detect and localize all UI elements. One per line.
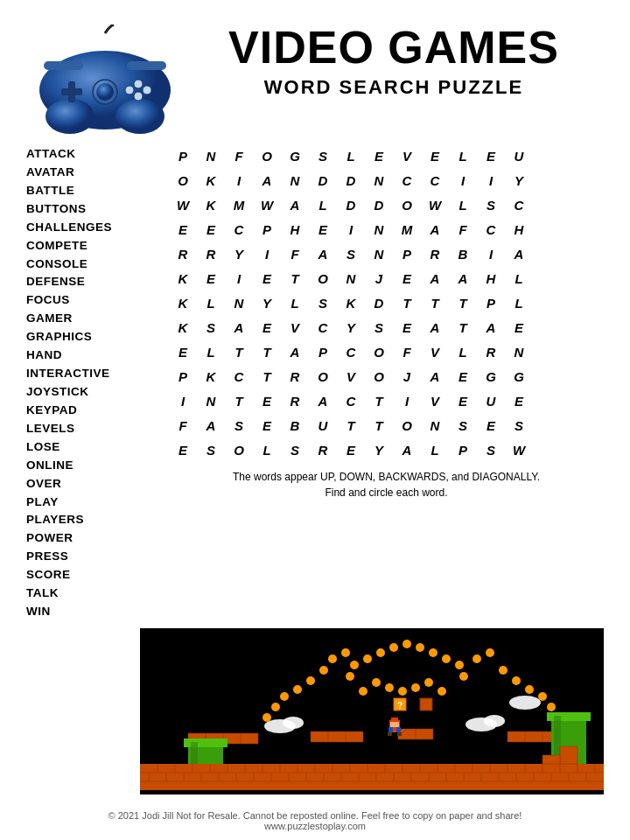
grid-cell: H (505, 217, 533, 242)
grid-cell: W (505, 438, 533, 462)
grid-cell: N (505, 340, 533, 364)
svg-point-31 (372, 678, 381, 687)
grid-cell: N (365, 168, 393, 192)
grid-cell: E (337, 438, 365, 462)
svg-point-9 (134, 92, 143, 101)
grid-cell: V (337, 364, 365, 388)
grid-cell: E (169, 438, 197, 462)
grid-cell: L (197, 290, 225, 315)
grid-cell: Y (225, 242, 253, 266)
grid-cell: E (253, 413, 281, 438)
svg-rect-12 (127, 61, 166, 70)
grid-cell: E (393, 266, 421, 290)
grid-cell: V (421, 388, 449, 413)
svg-rect-122 (560, 746, 578, 764)
controller-icon (26, 24, 184, 138)
grid-cell: H (281, 217, 309, 242)
footer-line1: © 2021 Jodi Jill Not for Resale. Cannot … (0, 810, 630, 821)
svg-point-43 (538, 692, 547, 701)
grid-cell: R (421, 242, 449, 266)
grid-cell: L (505, 266, 533, 290)
grid-cell: W (253, 192, 281, 217)
grid-cell: D (365, 192, 393, 217)
grid-cell: F (449, 217, 477, 242)
svg-point-32 (385, 683, 394, 692)
grid-cell: G (281, 144, 309, 168)
grid-cell: G (477, 364, 505, 388)
grid-cell: K (169, 266, 197, 290)
grid-cell: T (281, 266, 309, 290)
grid-cell: S (197, 438, 225, 462)
grid-cell: E (169, 217, 197, 242)
game-image: MARIO025550 ● ×87 WORLDSPECIAL TIME266 (140, 628, 604, 794)
svg-point-18 (416, 643, 424, 652)
grid-cell: S (309, 290, 337, 315)
svg-text:?: ? (397, 701, 402, 710)
grid-cell: C (393, 168, 421, 192)
game-scene: MARIO025550 ● ×87 WORLDSPECIAL TIME266 (140, 628, 604, 794)
word-item: HAND (26, 346, 162, 365)
grid-row: KLNYLSKDTTTPL (169, 290, 533, 315)
grid-row: PKCTROVOJAEGG (169, 364, 533, 388)
grid-cell: T (393, 290, 421, 315)
grid-cell: E (253, 315, 281, 340)
grid-cell: K (169, 290, 197, 315)
word-item: INTERACTIVE (26, 365, 162, 383)
grid-row: PNFOGSLEVELEU (169, 144, 533, 168)
grid-cell: C (309, 315, 337, 340)
grid-cell: P (253, 217, 281, 242)
grid-cell: S (505, 413, 533, 438)
grid-cell: S (309, 144, 337, 168)
grid-cell: S (337, 242, 365, 266)
svg-rect-52 (311, 732, 363, 742)
grid-cell: F (393, 340, 421, 364)
svg-point-22 (455, 661, 464, 669)
svg-point-10 (125, 86, 134, 94)
grid-cell: R (169, 242, 197, 266)
grid-row: OKIANDDNCCIIY (169, 168, 533, 192)
grid-cell: I (393, 388, 421, 413)
grid-cell: L (449, 144, 477, 168)
grid-cell: C (477, 217, 505, 242)
grid-cell: O (169, 168, 197, 192)
grid-cell: U (505, 144, 533, 168)
grid-cell: R (309, 438, 337, 462)
grid-cell: C (421, 168, 449, 192)
grid-cell: A (449, 266, 477, 290)
grid-cell: K (197, 168, 225, 192)
grid-cell: I (253, 242, 281, 266)
grid-cell: V (421, 340, 449, 364)
grid-cell: A (253, 168, 281, 192)
grid-cell: E (421, 144, 449, 168)
word-item: DEFENSE (26, 273, 162, 291)
word-item: COMPETE (26, 237, 162, 256)
word-item: PRESS (26, 548, 162, 566)
grid-cell: A (281, 340, 309, 364)
svg-point-21 (350, 661, 359, 669)
svg-point-16 (389, 643, 398, 652)
grid-cell: N (337, 266, 365, 290)
grid-cell: J (365, 266, 393, 290)
word-item: JOYSTICK (26, 383, 162, 402)
grid-cell: R (281, 364, 309, 388)
grid-cell: N (365, 217, 393, 242)
grid-cell: I (225, 266, 253, 290)
grid-cell: E (197, 266, 225, 290)
grid-cell: I (477, 168, 505, 192)
grid-cell: I (337, 217, 365, 242)
grid-cell: P (169, 144, 197, 168)
word-item: TALK (26, 584, 162, 603)
grid-cell: M (393, 217, 421, 242)
grid-cell: I (169, 388, 197, 413)
grid-cell: Y (505, 168, 533, 192)
grid-cell: A (477, 315, 505, 340)
grid-cell: Y (253, 290, 281, 315)
grid-cell: E (477, 413, 505, 438)
grid-row: KSAEVCYSEATAE (169, 315, 533, 340)
grid-cell: T (365, 388, 393, 413)
grid-cell: S (449, 413, 477, 438)
grid-cell: S (281, 438, 309, 462)
word-item: OVER (26, 475, 162, 494)
page: VIDEO GAMES WORD SEARCH PUZZLE ATTACKAVA… (0, 0, 630, 840)
main-title: VIDEO GAMES (184, 23, 604, 73)
